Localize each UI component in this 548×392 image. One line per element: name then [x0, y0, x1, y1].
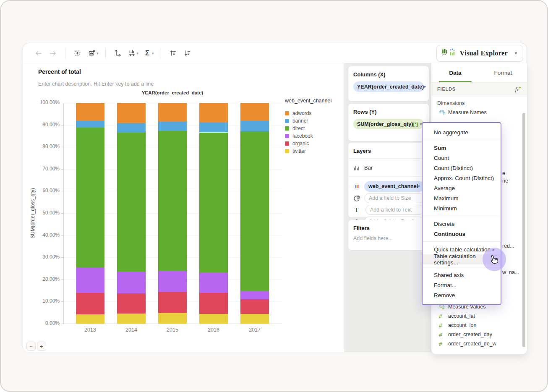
- color-pill-caret-icon[interactable]: ▾: [418, 184, 420, 188]
- y-tick-label: 30.00%: [25, 254, 60, 260]
- legend-item-direct[interactable]: direct: [285, 125, 331, 132]
- bar-segment-banner[interactable]: [199, 123, 228, 133]
- bar-segment-banner[interactable]: [158, 122, 187, 131]
- sort-descending-icon[interactable]: [180, 47, 195, 60]
- transpose-icon[interactable]: [111, 47, 125, 60]
- bar-segment-twitter[interactable]: [158, 313, 187, 324]
- bar-segment-twitter[interactable]: [117, 314, 146, 324]
- bar-segment-direct[interactable]: [117, 133, 146, 272]
- color-encoding-icon[interactable]: [353, 183, 364, 190]
- stacked-bar[interactable]: [158, 103, 187, 324]
- menu-item-average[interactable]: Average: [423, 183, 501, 193]
- menu-item-continuous[interactable]: Continuous: [423, 229, 501, 239]
- bar-segment-facebook[interactable]: [158, 271, 187, 293]
- forward-icon[interactable]: [46, 47, 60, 60]
- field-item-account_lon[interactable]: #account_lon: [431, 321, 527, 330]
- bar-segment-twitter[interactable]: [76, 314, 104, 324]
- menu-item-label: Minimum: [434, 205, 495, 212]
- bar-segment-facebook[interactable]: [117, 272, 146, 293]
- stacked-bar[interactable]: [117, 103, 146, 324]
- visual-explorer-selector[interactable]: Visual Explorer ▾: [436, 45, 523, 62]
- mark-type-row[interactable]: Bar: [353, 163, 424, 172]
- mark-type-label: Bar: [364, 165, 373, 171]
- field-item-account_lat[interactable]: #account_lat: [431, 311, 527, 321]
- bar-segment-organic[interactable]: [76, 293, 104, 314]
- remove-visual-caret-icon[interactable]: ▾: [97, 51, 99, 55]
- bar-segment-adwords[interactable]: [199, 103, 228, 123]
- field-item-order_created_do_w[interactable]: #order_created_do_w: [431, 339, 527, 348]
- menu-item-no-aggregate[interactable]: No aggregate: [423, 127, 501, 137]
- field-item-measure_names[interactable]: TMeasure Names: [431, 108, 527, 117]
- legend-item-adwords[interactable]: adwords: [285, 110, 331, 117]
- size-encoding-icon[interactable]: [353, 195, 364, 202]
- text-field-input[interactable]: Add a field to Text: [365, 205, 424, 215]
- bar-segment-banner[interactable]: [76, 121, 104, 128]
- menu-item-sum[interactable]: Sum: [423, 143, 501, 153]
- bar-segment-banner[interactable]: [240, 121, 269, 132]
- zoom-out-button[interactable]: −: [26, 342, 36, 351]
- bar-segment-organic[interactable]: [240, 299, 269, 314]
- resize-bars-caret-icon[interactable]: ▾: [137, 51, 139, 55]
- bar-segment-direct[interactable]: [240, 131, 269, 291]
- legend-item-facebook[interactable]: facebook: [285, 132, 331, 140]
- fields-scrollbar[interactable]: [522, 113, 525, 347]
- chart-title[interactable]: Percent of total: [38, 68, 81, 75]
- size-field-input[interactable]: Add a field to Size: [364, 193, 424, 203]
- twitter-swatch-icon: [285, 149, 289, 153]
- sort-ascending-icon[interactable]: [166, 47, 180, 60]
- bar-segment-adwords[interactable]: [240, 103, 269, 121]
- legend-item-organic[interactable]: organic: [285, 140, 331, 147]
- tick-mark: [61, 103, 63, 103]
- tab-data[interactable]: Data: [431, 63, 479, 82]
- menu-item-label: Count: [434, 155, 495, 161]
- columns-shelf-title: Columns (X): [353, 71, 424, 78]
- stacked-bar[interactable]: [76, 103, 104, 324]
- filters-placeholder[interactable]: Add fields here...: [353, 235, 424, 241]
- columns-field-pill[interactable]: YEAR(order_created_date) ▾: [353, 81, 424, 92]
- bar-segment-direct[interactable]: [199, 133, 228, 272]
- y-tick-label: 50.00%: [25, 210, 60, 216]
- bar-segment-twitter[interactable]: [199, 314, 228, 324]
- stacked-bar[interactable]: [199, 103, 228, 324]
- bar-segment-direct[interactable]: [158, 131, 187, 271]
- field-item-order_created_day[interactable]: #order_created_day: [431, 330, 527, 339]
- bar-segment-adwords[interactable]: [76, 103, 104, 121]
- stacked-bar[interactable]: [240, 103, 269, 324]
- text-encoding-icon[interactable]: T: [353, 206, 365, 214]
- facebook-swatch-icon: [285, 134, 289, 138]
- bar-segment-adwords[interactable]: [158, 103, 187, 122]
- add-visual-icon[interactable]: [70, 47, 85, 60]
- bar-segment-banner[interactable]: [117, 123, 146, 133]
- legend-item-banner[interactable]: banner: [285, 117, 331, 125]
- menu-item-discrete[interactable]: Discrete: [423, 219, 501, 229]
- tab-format[interactable]: Format: [479, 63, 527, 82]
- legend-item-twitter[interactable]: twitter: [285, 147, 331, 155]
- zoom-in-button[interactable]: +: [37, 342, 46, 351]
- bar-segment-facebook[interactable]: [240, 291, 269, 299]
- add-calculated-field-icon[interactable]: fx+: [515, 85, 521, 93]
- bar-segment-twitter[interactable]: [240, 314, 269, 324]
- toolbar-divider: [161, 48, 161, 59]
- menu-item-count[interactable]: Count: [423, 153, 501, 163]
- menu-item-approx-count-distinct[interactable]: Approx. Count (Distinct): [423, 173, 501, 183]
- back-icon[interactable]: [31, 47, 46, 60]
- bar-segment-organic[interactable]: [199, 293, 228, 314]
- menu-item-label: Sum: [434, 145, 495, 151]
- columns-pill-caret-icon[interactable]: ▾: [424, 85, 426, 89]
- chart-description-placeholder[interactable]: Enter chart description. Hit Enter key t…: [38, 81, 154, 87]
- menu-item-remove[interactable]: Remove: [423, 290, 501, 300]
- bar-segment-adwords[interactable]: [117, 103, 146, 123]
- bar-segment-facebook[interactable]: [76, 268, 104, 293]
- bar-segment-organic[interactable]: [158, 292, 187, 313]
- aggregate-caret-icon[interactable]: ▾: [152, 51, 154, 55]
- bar-segment-organic[interactable]: [117, 293, 146, 313]
- bar-segment-direct[interactable]: [76, 128, 104, 268]
- menu-item-format[interactable]: Format...: [423, 280, 501, 290]
- rows-field-pill[interactable]: SUM(order_gloss_qty) [*] ▾: [353, 119, 424, 129]
- menu-item-minimum[interactable]: Minimum: [423, 203, 501, 213]
- menu-item-count-distinct[interactable]: Count (Distinct): [423, 163, 501, 173]
- color-field-pill[interactable]: web_event_channel ▾: [364, 181, 424, 192]
- menu-item-maximum[interactable]: Maximum: [423, 193, 501, 203]
- menu-item-shared-axis[interactable]: Shared axis: [423, 270, 501, 280]
- bar-segment-facebook[interactable]: [199, 272, 228, 293]
